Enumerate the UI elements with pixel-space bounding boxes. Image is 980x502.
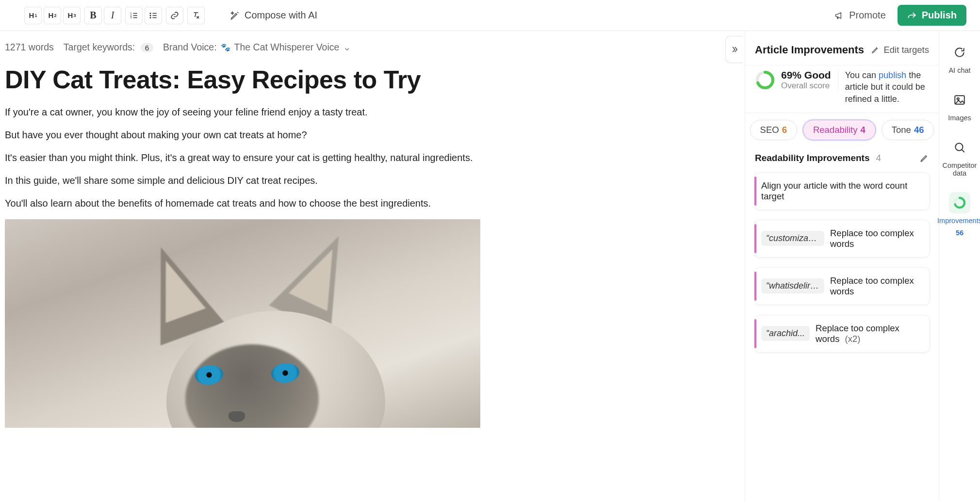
target-keywords-label: Target keywords: xyxy=(64,42,135,52)
card-suffix: (x2) xyxy=(845,334,861,344)
article-image[interactable] xyxy=(5,219,480,428)
score-value: 69% Good xyxy=(781,69,831,81)
publish-link[interactable]: publish xyxy=(879,70,906,80)
improvement-tabs: SEO 6 Readability 4 Tone 46 xyxy=(745,113,939,142)
target-keywords-count: 6 xyxy=(141,43,153,52)
promote-label: Promote xyxy=(849,10,886,21)
tab-seo[interactable]: SEO 6 xyxy=(750,120,797,140)
tab-readability[interactable]: Readability 4 xyxy=(803,120,876,140)
heading-3-button[interactable]: H3 xyxy=(63,7,81,24)
card-chip: “whatisdeliriu... xyxy=(761,278,824,293)
chevron-down-icon: ⌄ xyxy=(343,42,351,53)
svg-point-4 xyxy=(150,15,151,16)
compose-with-ai-label: Compose with AI xyxy=(245,10,317,21)
edit-section-button[interactable] xyxy=(919,153,929,163)
section-head: Readability Improvements 4 xyxy=(745,142,939,167)
chevrons-right-icon xyxy=(730,45,739,54)
svg-point-10 xyxy=(955,143,963,150)
brand-voice-selector[interactable]: Brand Voice: 🐾 The Cat Whisperer Voice ⌄ xyxy=(163,42,351,53)
search-icon xyxy=(953,141,966,154)
unordered-list-button[interactable] xyxy=(145,7,162,24)
heading-2-button[interactable]: H2 xyxy=(44,7,61,24)
rail-label: Improvements xyxy=(937,217,980,225)
svg-point-5 xyxy=(150,17,151,18)
image-icon xyxy=(953,94,966,106)
svg-text:3: 3 xyxy=(131,16,132,19)
article-editor[interactable]: DIY Cat Treats: Easy Recipes to Try If y… xyxy=(0,65,745,428)
article-paragraph[interactable]: But have you ever thought about making y… xyxy=(5,128,740,142)
tab-tone[interactable]: Tone 46 xyxy=(882,120,934,140)
card-text: Replace too complex words (x2) xyxy=(816,323,922,344)
svg-point-9 xyxy=(957,98,959,100)
score-ring-icon xyxy=(755,70,775,90)
editor-toolbar: H1 H2 H3 B I 123 xyxy=(0,0,980,31)
pencil-icon xyxy=(871,46,880,54)
heading-1-button[interactable]: H1 xyxy=(24,7,42,24)
bold-button[interactable]: B xyxy=(84,7,102,24)
italic-button[interactable]: I xyxy=(104,7,121,24)
ordered-list-icon: 123 xyxy=(130,11,138,20)
rail-label: Images xyxy=(948,114,971,122)
article-title[interactable]: DIY Cat Treats: Easy Recipes to Try xyxy=(5,65,740,94)
improvements-panel: Article Improvements Edit targets 69% Go… xyxy=(745,31,939,502)
rail-label: AI chat xyxy=(948,67,970,75)
clear-format-button[interactable] xyxy=(187,7,205,24)
collapse-panel-button[interactable] xyxy=(725,36,743,63)
share-arrow-icon xyxy=(907,11,917,20)
improvement-cards: Align your article with the word count t… xyxy=(745,167,939,357)
rail-images[interactable]: Images xyxy=(939,89,980,122)
overall-score: 69% Good Overall score You can publish t… xyxy=(745,65,939,113)
publish-label: Publish xyxy=(922,10,957,21)
clear-format-icon xyxy=(192,11,200,20)
article-meta: 1271 words Target keywords: 6 Brand Voic… xyxy=(0,31,745,58)
brand-voice-label: Brand Voice: xyxy=(163,42,217,53)
brand-voice-value: The Cat Whisperer Voice xyxy=(234,42,340,53)
edit-targets-label: Edit targets xyxy=(883,45,929,55)
paw-icon: 🐾 xyxy=(221,43,230,52)
card-chip: “arachid... xyxy=(761,326,810,341)
improvement-card[interactable]: “whatisdeliriu... Replace too complex wo… xyxy=(754,267,930,305)
article-paragraph[interactable]: You'll also learn about the benefits of … xyxy=(5,196,740,211)
rail-count: 56 xyxy=(956,229,964,237)
word-count: 1271 words xyxy=(5,42,54,53)
panel-title: Article Improvements xyxy=(755,44,864,56)
score-ring-icon xyxy=(952,195,967,210)
rail-competitor-data[interactable]: Competitor data xyxy=(939,137,980,178)
pencil-icon xyxy=(919,153,929,163)
article-paragraph[interactable]: If you're a cat owner, you know the joy … xyxy=(5,105,740,119)
target-keywords[interactable]: Target keywords: 6 xyxy=(64,42,153,53)
link-button[interactable] xyxy=(166,7,183,24)
section-title: Readability Improvements xyxy=(755,153,870,163)
svg-point-3 xyxy=(150,13,151,14)
edit-targets-button[interactable]: Edit targets xyxy=(871,45,929,55)
rail-label: Competitor data xyxy=(939,162,980,178)
card-text: Replace too complex words xyxy=(830,228,922,249)
sparkle-pencil-icon xyxy=(230,11,240,20)
promote-button[interactable]: Promote xyxy=(831,8,890,23)
score-label: Overall score xyxy=(781,81,831,91)
ordered-list-button[interactable]: 123 xyxy=(125,7,143,24)
rail-improvements[interactable]: Improvements 56 xyxy=(939,192,980,237)
section-count: 4 xyxy=(876,153,882,163)
article-paragraph[interactable]: It's easier than you might think. Plus, … xyxy=(5,151,740,165)
right-rail: AI chat Images Competitor data xyxy=(939,31,980,502)
card-text: Replace too complex words xyxy=(830,275,922,297)
refresh-icon xyxy=(953,46,966,59)
unordered-list-icon xyxy=(149,11,158,20)
improvement-card[interactable]: Align your article with the word count t… xyxy=(754,172,930,210)
card-chip: “customization” xyxy=(761,231,824,246)
improvement-card[interactable]: “customization” Replace too complex word… xyxy=(754,220,930,258)
card-text: Align your article with the word count t… xyxy=(761,180,922,202)
rail-ai-chat[interactable]: AI chat xyxy=(939,42,980,75)
score-message: You can publish the article but it could… xyxy=(845,69,929,105)
compose-with-ai-button[interactable]: Compose with AI xyxy=(223,7,324,24)
improvement-card[interactable]: “arachid... Replace too complex words (x… xyxy=(754,315,930,353)
publish-button[interactable]: Publish xyxy=(898,5,966,26)
megaphone-icon xyxy=(834,11,844,20)
link-icon xyxy=(170,11,179,20)
article-paragraph[interactable]: In this guide, we'll share some simple a… xyxy=(5,174,740,188)
